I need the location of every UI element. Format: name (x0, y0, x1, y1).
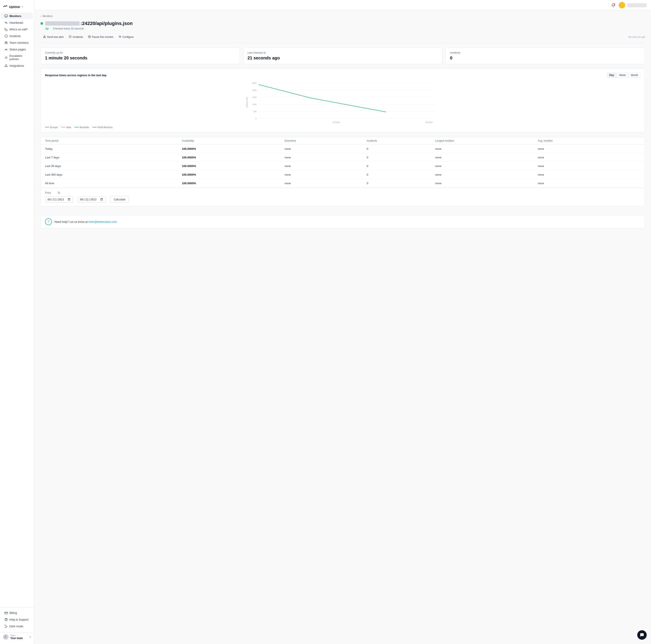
check-interval: Checked every 30 seconds (53, 27, 84, 30)
svg-text:500: 500 (253, 110, 257, 112)
to-label: To (58, 191, 60, 194)
sidebar-item-dark-mode[interactable]: Dark mode (1, 623, 33, 630)
app-name: Uptime (9, 5, 20, 9)
sidebar-item-incidents-label: Incidents (9, 34, 21, 38)
row-365days-incidents: 0 (367, 173, 435, 176)
sidebar-nav: Monitors Heartbeats Who's on-call? Incid… (0, 12, 34, 607)
incidents-icon (69, 35, 71, 39)
sidebar-item-team-members[interactable]: Team members (1, 39, 33, 46)
currently-up-label: Currently up for (45, 51, 236, 54)
col-time-period: Time period (45, 139, 182, 142)
legend-europe: Europe (45, 126, 58, 129)
footer-chevron-icon: ⇅ (29, 636, 31, 638)
sidebar-item-incidents[interactable]: Incidents (1, 33, 33, 39)
configure-label: Configure (123, 35, 134, 38)
logo-chevron-icon: ▾ (22, 6, 23, 8)
send-test-alert-label: Send test alert (47, 35, 63, 38)
svg-text:2000: 2000 (252, 89, 257, 91)
legend-asia-label: Asia (66, 126, 71, 129)
row-7days-availability: 100.0000% (182, 156, 285, 159)
pause-monitor-button[interactable]: Pause this monitor (86, 34, 116, 40)
stats-table: Time period Availability Downtime Incide… (40, 137, 645, 206)
chart-tabs: Day Week Month (607, 72, 641, 78)
sidebar-item-dark-mode-label: Dark mode (9, 624, 23, 628)
back-chevron-icon: ‹ (40, 14, 41, 18)
help-text: Need help? Let us know at hello@betterst… (55, 220, 117, 223)
send-test-alert-button[interactable]: Send test alert (40, 34, 66, 40)
signal-icon (4, 47, 8, 51)
chart-tab-day[interactable]: Day (607, 72, 616, 78)
action-bar: Send test alert Incidents Pause this mon… (40, 34, 645, 43)
chart-tab-month[interactable]: Month (629, 72, 641, 78)
svg-point-13 (5, 636, 6, 637)
row-7days-avg: none (538, 156, 641, 159)
bell-icon (611, 3, 615, 7)
sidebar-item-heartbeats[interactable]: Heartbeats (1, 20, 33, 26)
help-text-prefix: Need help? Let us know at (55, 220, 89, 223)
chart-title: Response times across regions in the las… (45, 74, 106, 77)
users-icon (4, 41, 8, 44)
user-avatar[interactable] (619, 2, 625, 8)
configure-button[interactable]: Configure (116, 34, 136, 40)
row-today-incidents: 0 (367, 147, 435, 151)
col-downtime: Downtime (285, 139, 367, 142)
sidebar-item-escalation-policies[interactable]: Escalation policies (1, 53, 33, 62)
footer-team-label: Team (10, 634, 28, 637)
svg-text:milliseconds: milliseconds (246, 97, 248, 108)
chat-button[interactable] (637, 630, 647, 640)
svg-point-6 (6, 57, 6, 58)
billing-icon (4, 611, 8, 614)
row-today-availability: 100.0000% (182, 147, 285, 151)
incidents-button[interactable]: Incidents (66, 34, 86, 40)
app-logo[interactable]: Uptime ▾ (0, 3, 34, 12)
row-365days-availability: 100.0000% (182, 173, 285, 176)
svg-point-19 (120, 36, 120, 37)
status-label: Up (45, 27, 49, 30)
chart-legend: Europe Asia Australia North America (45, 126, 641, 129)
row-today-downtime: none (285, 147, 367, 151)
integrations-icon (4, 64, 8, 67)
monitor-header: :24220/api/plugins.json (40, 21, 645, 26)
sidebar-item-integrations[interactable]: Integrations (1, 62, 33, 69)
svg-point-3 (6, 42, 7, 43)
row-30days-period: Last 30 days (45, 164, 182, 168)
sidebar-item-whos-on-call[interactable]: Who's on-call? (1, 26, 33, 32)
row-30days-incidents: 0 (367, 164, 435, 168)
monitor-url-blur (45, 21, 80, 26)
sidebar-item-help-support[interactable]: Help & Support (1, 616, 33, 623)
pause-monitor-label: Pause this monitor (92, 35, 113, 38)
shield-icon (4, 34, 8, 38)
heartbeat-icon (4, 21, 8, 24)
sidebar-item-status-pages[interactable]: Status pages (1, 46, 33, 53)
help-email-link[interactable]: hello@betterstack.com (89, 220, 117, 223)
legend-europe-dot (45, 127, 49, 127)
legend-asia-dot (61, 127, 65, 127)
legend-australia: Australia (74, 126, 89, 129)
sidebar-item-billing[interactable]: Billing (1, 610, 33, 616)
monitor-title: :24220/api/plugins.json (81, 21, 133, 26)
row-30days-longest: none (435, 164, 538, 168)
notifications-button[interactable] (610, 2, 617, 8)
row-alltime-incidents: 0 (367, 182, 435, 185)
row-alltime-period: All time (45, 182, 182, 185)
from-date-input[interactable] (45, 196, 73, 203)
breadcrumb[interactable]: ‹ Monitors (40, 14, 645, 18)
date-range-section: From To Calculate (41, 188, 645, 206)
row-7days-incidents: 0 (367, 156, 435, 159)
legend-asia: Asia (61, 126, 71, 129)
row-365days-avg: none (538, 173, 641, 176)
sidebar: Uptime ▾ Monitors Heartbeats Who's on-ca… (0, 0, 34, 644)
svg-point-5 (5, 56, 7, 59)
row-today-avg: none (538, 147, 641, 151)
currently-up-card: Currently up for 1 minute 20 seconds (40, 47, 240, 64)
row-today-period: Today (45, 147, 182, 151)
table-row: Today 100.0000% none 0 none none (41, 144, 645, 153)
row-30days-availability: 100.0000% (182, 164, 285, 168)
svg-text:10:50am: 10:50am (425, 121, 433, 123)
calculate-button[interactable]: Calculate (110, 196, 129, 203)
to-date-input[interactable] (78, 196, 106, 203)
sidebar-item-monitors[interactable]: Monitors (1, 13, 33, 19)
svg-point-12 (6, 620, 6, 620)
chart-tab-week[interactable]: Week (617, 72, 628, 78)
legend-north-america: North America (92, 126, 113, 129)
